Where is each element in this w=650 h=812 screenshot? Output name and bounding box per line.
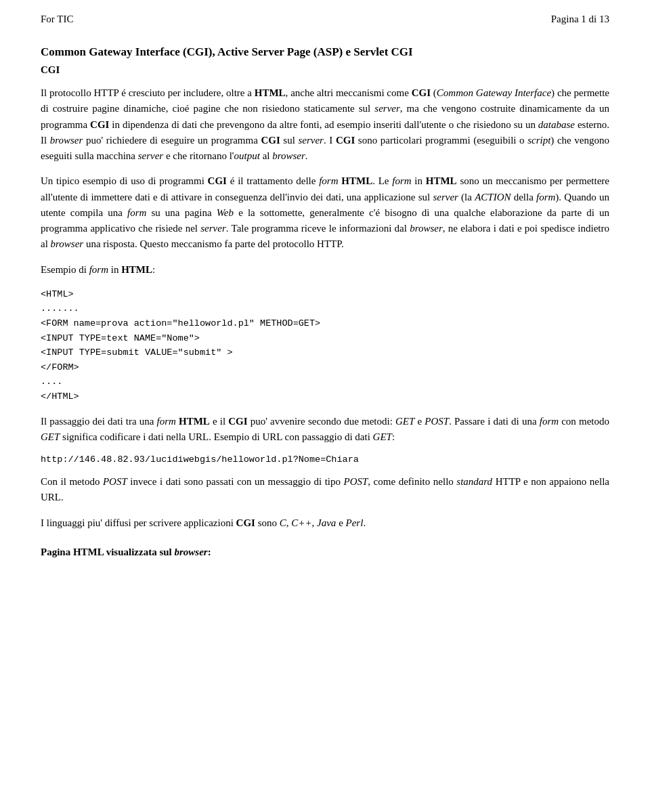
page-header: For TIC Pagina 1 di 13: [41, 14, 609, 25]
html-bold-5: HTML: [179, 416, 210, 427]
post-italic-1: POST: [425, 416, 449, 427]
html-bold-4: HTML: [121, 264, 152, 275]
paragraph-1: Il protocollo HTTP é cresciuto per inclu…: [41, 85, 609, 164]
web-italic: Web: [217, 207, 234, 218]
browser-italic-2: browser: [272, 150, 305, 161]
bottom-title-text: Pagina HTML visualizzata sul browser:: [41, 547, 211, 557]
paragraph-3: Il passaggio dei dati tra una form HTML …: [41, 414, 609, 446]
cgi-bold-7: CGI: [236, 517, 255, 528]
cgi-bold-2: CGI: [90, 119, 109, 130]
cgi-bold-6: CGI: [228, 416, 247, 427]
code-block: <HTML> ....... <FORM name=prova action="…: [41, 287, 609, 404]
get-italic-3: GET: [373, 431, 392, 442]
form-italic-7: form: [540, 416, 559, 427]
paragraph-5: I linguaggi piu' diffusi per scrivere ap…: [41, 515, 609, 531]
page: For TIC Pagina 1 di 13 Common Gateway In…: [0, 0, 650, 812]
script-italic: script: [527, 135, 550, 146]
post-italic-3: POST: [344, 476, 368, 487]
html-bold-3: HTML: [426, 175, 457, 186]
browser-italic-4: browser: [51, 238, 84, 249]
action-italic: ACTION: [475, 192, 511, 202]
example-label: Esempio di form in HTML:: [41, 262, 609, 278]
paragraph-4: Con il metodo POST invece i dati sono pa…: [41, 474, 609, 506]
cgi-bold-4: CGI: [336, 135, 355, 146]
page-number: Pagina 1 di 13: [551, 14, 609, 25]
server-italic-1: server: [374, 103, 400, 114]
bottom-title: Pagina HTML visualizzata sul browser:: [41, 544, 609, 560]
get-italic-1: GET: [395, 416, 414, 427]
browser-italic-3: browser: [410, 223, 443, 234]
cgi-bold-1: CGI: [412, 87, 431, 98]
paragraph-2: Un tipico esempio di uso di programmi CG…: [41, 173, 609, 252]
server-italic-2: server: [298, 135, 324, 146]
output-italic: output: [234, 150, 260, 161]
form-italic-3: form: [536, 192, 555, 202]
cgi-italic-1: Common Gateway Interface: [437, 87, 551, 98]
form-italic-1: form: [319, 175, 338, 186]
database-italic: database: [538, 119, 575, 130]
form-italic-4: form: [127, 207, 146, 218]
standard-italic: standard: [456, 476, 492, 487]
form-italic-2: form: [392, 175, 411, 186]
cpp-italic: C++: [291, 517, 311, 528]
server-italic-4: server: [433, 192, 458, 202]
form-italic-5: form: [89, 264, 108, 275]
post-italic-2: POST: [103, 476, 127, 487]
header-for-tic: For TIC: [41, 14, 73, 25]
cgi-bold-3: CGI: [261, 135, 280, 146]
browser-italic-5: browser: [175, 547, 208, 557]
perl-italic: Perl: [346, 517, 364, 528]
url-example: http://146.48.82.93/lucidiwebgis/hellowo…: [41, 454, 609, 465]
get-italic-2: GET: [41, 431, 60, 442]
server-italic-5: server: [200, 223, 226, 234]
subtitle: CGI: [41, 64, 609, 76]
c-italic: C: [280, 517, 286, 528]
server-italic-3: server: [138, 150, 164, 161]
html-bold-2: HTML: [341, 175, 372, 186]
java-italic: Java: [317, 517, 336, 528]
main-title: Common Gateway Interface (CGI), Active S…: [41, 45, 609, 59]
browser-italic-1: browser: [50, 135, 83, 146]
form-italic-6: form: [157, 416, 176, 427]
cgi-bold-5: CGI: [208, 175, 227, 186]
html-bold-1: HTML: [255, 87, 286, 98]
